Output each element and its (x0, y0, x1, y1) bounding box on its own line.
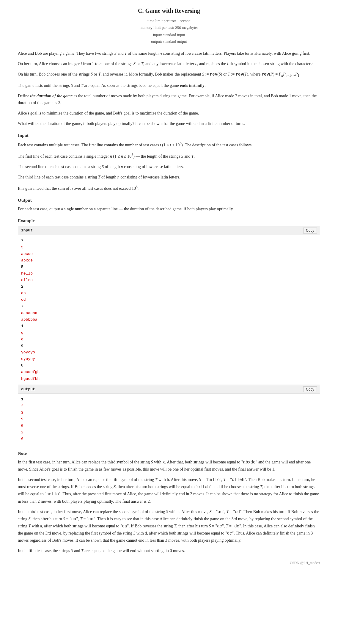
copy-input-button[interactable]: Copy (303, 228, 317, 234)
intro-paragraph-2: On her turn, Alice chooses an integer i … (18, 60, 320, 67)
output-heading: Output (18, 197, 320, 204)
output-block-wrapper: output Copy 1 2 3 9 0 2 6 (18, 385, 320, 445)
intro-paragraph-7: What will be the duration of the game, i… (18, 120, 320, 127)
output-para: For each test case, output a single numb… (18, 206, 320, 212)
copy-output-button[interactable]: Copy (303, 386, 317, 392)
note-para-2: In the second test case, in her turn, Al… (18, 476, 320, 504)
output-type: output: standard output (18, 38, 320, 45)
input-block: input Copy 7 5 abcde abxde 5 hello olleo… (18, 226, 320, 385)
time-limit: time limit per test: 1 second (18, 17, 320, 24)
input-type: input: standard input (18, 31, 320, 38)
intro-paragraph-6: Alice's goal is to minimize the duration… (18, 110, 320, 117)
example-heading: Example (18, 217, 320, 224)
intro-paragraph-3: On his turn, Bob chooses one of the stri… (18, 71, 320, 79)
output-label: output (21, 386, 35, 393)
input-para-1: Each test contains multiple test cases. … (18, 141, 320, 148)
page-title: C. Game with Reversing (18, 6, 320, 15)
memory-limit: memory limit per test: 256 megabytes (18, 24, 320, 31)
input-code-content: 7 5 abcde abxde 5 hello olleo 2 ab cd 7 … (18, 235, 320, 385)
output-block: output Copy 1 2 3 9 0 2 6 (18, 385, 320, 445)
input-para-3: The second line of each test case contai… (18, 163, 320, 170)
input-para-2: The first line of each test case contain… (18, 152, 320, 160)
note-para-3: In the third test case, in her first mov… (18, 508, 320, 544)
input-para-5: It is guaranteed that the sum of n over … (18, 184, 320, 192)
note-para-4: In the fifth test case, the strings S an… (18, 547, 320, 554)
input-para-4: The third line of each test case contain… (18, 174, 320, 181)
intro-paragraph-1: Alice and Bob are playing a game. They h… (18, 50, 320, 57)
intro-paragraph-4: The game lasts until the strings S and T… (18, 82, 320, 89)
output-block-header: output Copy (18, 385, 320, 394)
intro-paragraph-5: Define the duration of the game as the t… (18, 93, 320, 106)
footer: CSDN @PH_modest (18, 560, 320, 566)
note-heading: Note (18, 450, 320, 457)
input-label: input (21, 228, 33, 234)
meta-info: time limit per test: 1 second memory lim… (18, 17, 320, 45)
note-para-1: In the first test case, in her turn, Ali… (18, 459, 320, 473)
input-block-header: input Copy (18, 226, 320, 235)
input-heading: Input (18, 132, 320, 139)
output-code-content: 1 2 3 9 0 2 6 (18, 394, 320, 445)
